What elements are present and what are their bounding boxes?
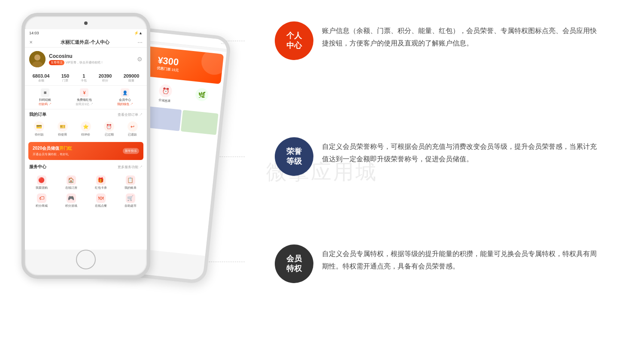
phone-main: 14:03 ⚡▲ ✕ 水丽汇道外店-个人中心 ···	[21, 13, 150, 279]
service-bill[interactable]: 📋 我的账单	[115, 174, 145, 192]
qa-label: 扫码结账	[39, 98, 51, 102]
nav-more[interactable]: ···	[137, 39, 143, 45]
feature-text-honor: 自定义会员荣誉称号，可根据会员的充值与消费改变会员等级，提升会员荣誉感，当累计充…	[322, 137, 597, 166]
status-time: 14:03	[29, 31, 39, 35]
qa-scan[interactable]: ▦ 扫码结账 付款码 ↗	[39, 88, 52, 106]
service-label: 积分游戏	[65, 204, 77, 208]
member-icon: 👤	[121, 88, 129, 97]
feature-badge-privilege: 会员特权	[275, 244, 313, 283]
feature-badge-honor: 荣誉等级	[275, 137, 313, 176]
order-pending-use[interactable]: 🎫 待使用	[58, 121, 68, 137]
scan-icon: ▦	[41, 88, 49, 97]
stat-label: 余额	[33, 78, 50, 83]
service-label: 我的账单	[125, 186, 137, 190]
coupon-icon: ¥	[80, 88, 88, 97]
stat-points: 20390 积分	[99, 73, 112, 83]
pending-pay-icon: 💳	[34, 121, 44, 132]
vip-desc: VIP至尊，快去开通特权吧！	[66, 60, 103, 65]
feature-member-privilege: 会员特权 自定义会员专属特权，根据等级的提升能量的积攒，能量可兑换会员专属特权，…	[275, 244, 597, 283]
pending-review-icon: ⭐	[81, 121, 91, 132]
expired-icon: ⏰	[104, 121, 114, 132]
mall-icon: 🏷	[37, 193, 46, 203]
gear-icon[interactable]: ⚙	[137, 56, 143, 63]
stat-num: 209000	[124, 73, 140, 78]
supermarket-icon: 🛒	[126, 193, 135, 203]
orders-more[interactable]: 查看全部订单 ↗	[118, 112, 143, 117]
stat-num: 150	[61, 73, 69, 78]
feature-desc-personal: 账户信息（余额、门票、积分、能量、红包），会员荣誉、专属特权图标点亮、会员应用快…	[322, 25, 597, 50]
banner-subtitle: 开通会员专属特权，有好礼	[33, 152, 72, 157]
order-label: 待付款	[35, 133, 44, 137]
phone2-icon-2: ⏰	[158, 84, 173, 98]
profile-name: Cocosinu	[49, 53, 137, 59]
order-icons: 💳 待付款 🎫 待使用 ⭐ 待评价 ⏰ 已过期	[25, 120, 147, 140]
orders-header: 我的订单 查看全部订单 ↗	[25, 109, 147, 120]
service-label: 积分商城	[36, 204, 48, 208]
service-label: 自助超市	[125, 204, 137, 208]
stat-num: 6803.04	[33, 73, 50, 78]
feature-text-personal: 账户信息（余额、门票、积分、能量、红包），会员荣誉、专属特权图标点亮、会员应用快…	[322, 21, 597, 50]
phone2-header-more: ···	[221, 41, 225, 47]
stat-num: 1	[81, 73, 87, 78]
orders-title: 我的订单	[29, 112, 46, 118]
phone2-icon-3: 🌿	[195, 88, 209, 102]
status-bar: 14:03 ⚡▲	[25, 29, 147, 37]
pending-use-icon: 🎫	[58, 121, 68, 132]
banner[interactable]: 2020会员储值开门红 开通会员专属特权，有好礼 新年快乐	[28, 142, 143, 160]
qa-sublabel: 全民分1亿 ↗	[76, 102, 93, 106]
service-mall[interactable]: 🏷 积分商城	[27, 192, 56, 210]
services-header: 服务中心 更多服务功能 ↗	[25, 162, 147, 172]
order-pending-pay[interactable]: 💳 待付款	[34, 121, 44, 137]
feature-badge-personal: 个人中心	[275, 21, 313, 60]
service-coupon[interactable]: 🎁 红包卡券	[86, 174, 115, 192]
stat-label: 门票	[61, 78, 69, 83]
order-pending-review[interactable]: ⭐ 待评价	[81, 121, 91, 137]
stat-balance: 6803.04 余额	[33, 73, 50, 83]
order-label: 待使用	[58, 133, 67, 137]
services-title: 服务中心	[29, 164, 46, 170]
service-label: 红包卡券	[95, 186, 107, 190]
game-icon: 🎮	[67, 193, 76, 203]
order-label: 已过期	[105, 133, 114, 137]
status-right: ⚡▲	[134, 31, 143, 35]
stat-label: 能量	[124, 78, 140, 83]
service-game[interactable]: 🎮 积分游戏	[56, 192, 86, 210]
order-expired[interactable]: ⏰ 已过期	[104, 121, 114, 137]
phone2-img-3	[181, 110, 219, 135]
coupon-icon2: 🎁	[96, 175, 106, 185]
services-more[interactable]: 更多服务功能 ↗	[118, 165, 143, 169]
svg-point-1	[34, 54, 40, 60]
service-group-buy[interactable]: 🔴 我要团购	[27, 174, 56, 192]
phone2-label-3	[185, 101, 218, 104]
phone-area: 会员中心 ··· ¥300 优惠门票 15元 🏅 会员中心 ⏰	[13, 4, 262, 340]
service-order-food[interactable]: 🍽 在线点餐	[86, 192, 115, 210]
qa-label: 会员中心	[119, 98, 131, 102]
service-label: 在线点餐	[95, 204, 107, 208]
services-grid: 🔴 我要团购 🏠 在线订房 🎁 红包卡券 📋 我的账单	[25, 172, 147, 211]
feature-text-privilege: 自定义会员专属特权，根据等级的提升能量的积攒，能量可兑换会员专属特权，特权具有周…	[322, 244, 597, 273]
qa-coupon[interactable]: ¥ 免费领红包 全民分1亿 ↗	[76, 88, 93, 106]
bill-icon: 📋	[126, 175, 135, 185]
right-content: 个人中心 账户信息（余额、门票、积分、能量、红包），会员荣誉、专属特权图标点亮、…	[240, 21, 618, 322]
hotel-icon: 🏠	[67, 175, 76, 185]
feature-desc-honor: 自定义会员荣誉称号，可根据会员的充值与消费改变会员等级，提升会员荣誉感，当累计充…	[322, 141, 597, 166]
nav-close[interactable]: ✕	[29, 40, 33, 45]
service-supermarket[interactable]: 🛒 自助超市	[115, 192, 145, 210]
quick-actions: ▦ 扫码结账 付款码 ↗ ¥ 免费领红包 全民分1亿 ↗ 👤	[25, 85, 147, 109]
feature-desc-privilege: 自定义会员专属特权，根据等级的提升能量的积攒，能量可兑换会员专属特权，特权具有周…	[322, 248, 597, 273]
profile-area: Cocosinu 至尊帝王 VIP至尊，快去开通特权吧！ ⚙	[25, 48, 147, 71]
stat-energy: 209000 能量	[124, 73, 140, 83]
feature-personal-center: 个人中心 账户信息（余额、门票、积分、能量、红包），会员荣誉、专属特权图标点亮、…	[275, 21, 597, 60]
banner-title: 2020会员储值开门红	[33, 145, 72, 151]
qa-label: 免费领红包	[77, 98, 92, 102]
banner-highlight: 开门红	[59, 146, 72, 151]
qa-member[interactable]: 👤 会员中心 我的钱包 ↗	[117, 88, 133, 106]
vip-badge: 至尊帝王	[49, 60, 64, 65]
order-label: 待评价	[81, 133, 90, 137]
phone2-grid-item: 🌿	[182, 84, 221, 110]
order-refunded[interactable]: ↩ 已退款	[128, 121, 138, 137]
group-buy-icon: 🔴	[37, 175, 46, 185]
service-hotel[interactable]: 🏠 在线订房	[56, 174, 86, 192]
qa-sublabel: 我的钱包 ↗	[117, 102, 133, 106]
service-label: 在线订房	[65, 186, 77, 190]
